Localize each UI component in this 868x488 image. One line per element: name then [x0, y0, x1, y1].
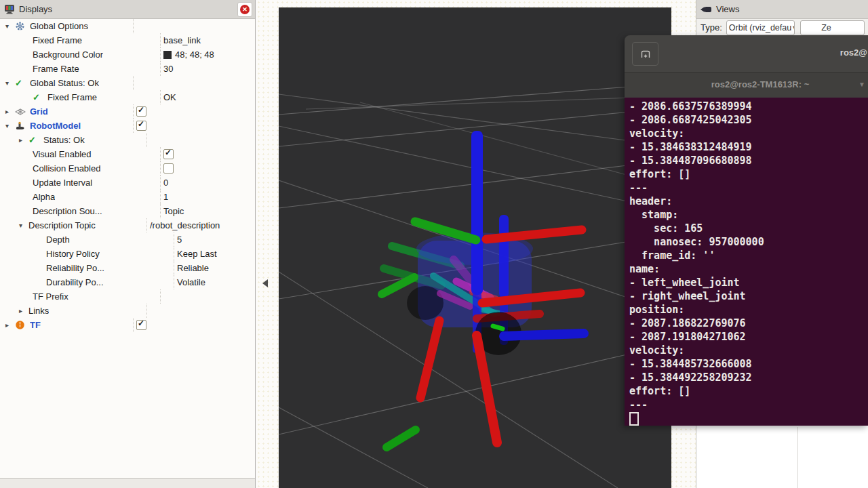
tree-row[interactable]: TF Prefix: [0, 289, 255, 304]
zero-button[interactable]: Ze: [800, 20, 865, 35]
tree-row-label-cell: ▾✓Global Status: Ok: [0, 76, 133, 90]
property-value: 0: [163, 178, 168, 188]
tree-row[interactable]: Update Interval0: [0, 176, 255, 190]
checkmark-icon: ✓: [138, 119, 144, 129]
property-value-cell[interactable]: ✓: [133, 318, 255, 332]
checkbox-checked[interactable]: ✓: [136, 320, 146, 330]
tree-row[interactable]: Reliability Po...Reliable: [0, 261, 255, 275]
property-name: Fixed Frame: [47, 92, 97, 102]
tree-row[interactable]: Visual Enabled✓: [0, 147, 255, 161]
property-value-cell[interactable]: 48; 48; 48: [160, 47, 255, 62]
expander-open-icon[interactable]: ▾: [5, 79, 15, 87]
axis-cylinder-red: [420, 321, 439, 398]
property-value-cell[interactable]: Volatile: [174, 275, 255, 289]
property-value-cell[interactable]: 30: [160, 62, 255, 76]
tab-list-chevron-icon[interactable]: ▼: [859, 81, 865, 88]
property-value-cell[interactable]: [146, 133, 255, 147]
tree-row[interactable]: History PolicyKeep Last: [0, 247, 255, 261]
property-value-cell[interactable]: [160, 289, 255, 304]
terminal-line: - 15.384492258209232: [629, 371, 868, 384]
tree-row[interactable]: ▾RobotModel✓: [0, 119, 255, 133]
property-value-cell[interactable]: /robot_description: [146, 218, 255, 232]
expander-closed-icon[interactable]: ▸: [19, 136, 28, 144]
property-value-cell[interactable]: Reliable: [174, 261, 255, 275]
checkbox-checked[interactable]: ✓: [136, 121, 146, 131]
tree-row-label-cell: Visual Enabled: [0, 147, 160, 161]
view-type-dropdown[interactable]: Orbit (rviz_defau ▼: [726, 20, 795, 35]
check-ok-icon: ✓: [33, 92, 47, 102]
checkbox-checked[interactable]: ✓: [163, 149, 174, 159]
tree-row-label-cell: Reliability Po...: [0, 261, 174, 275]
tree-row[interactable]: ▸TF✓: [0, 318, 255, 332]
checkmark-icon: ✓: [138, 105, 144, 115]
tree-row[interactable]: Alpha1: [0, 190, 255, 204]
tree-row[interactable]: ✓Fixed FrameOK: [0, 90, 255, 104]
tree-row-label-cell: Durability Po...: [0, 275, 174, 289]
terminal-line: sec: 165: [629, 222, 868, 235]
expander-closed-icon[interactable]: ▸: [5, 321, 15, 329]
panel-collapse-arrow-icon[interactable]: [262, 279, 268, 287]
property-value-cell[interactable]: ✓: [160, 147, 255, 161]
expander-closed-icon[interactable]: ▸: [5, 108, 15, 115]
checkbox-unchecked[interactable]: [163, 163, 174, 174]
tree-row[interactable]: Background Color48; 48; 48: [0, 47, 255, 62]
property-value-cell[interactable]: ✓: [133, 104, 255, 119]
property-name: Frame Rate: [33, 64, 79, 74]
terminal-titlebar[interactable]: ros2@: [625, 35, 868, 72]
tree-row-label-cell: Background Color: [0, 47, 160, 62]
tree-row[interactable]: ▾✓Global Status: Ok: [0, 76, 255, 90]
tree-row[interactable]: ▾Global Options: [0, 19, 255, 33]
axis-cylinder-green: [382, 277, 414, 294]
property-value-cell[interactable]: ✓: [133, 119, 255, 133]
expander-open-icon[interactable]: ▾: [5, 122, 15, 129]
tree-row[interactable]: Description Sou...Topic: [0, 204, 255, 218]
displays-panel-title: Displays: [19, 4, 52, 14]
expander-open-icon[interactable]: ▾: [19, 222, 28, 229]
terminal-line: name:: [629, 262, 868, 276]
property-name: History Policy: [46, 249, 100, 259]
terminal-line: - 2087.191804271062: [629, 330, 868, 344]
property-value-cell[interactable]: [160, 161, 255, 176]
terminal-line: ---: [629, 398, 868, 411]
close-icon: ✕: [240, 5, 250, 14]
tree-row[interactable]: ▸Grid✓: [0, 104, 255, 119]
tree-row[interactable]: Frame Rate30: [0, 62, 255, 76]
property-value-cell[interactable]: Keep Last: [174, 247, 255, 261]
property-name: Background Color: [33, 49, 103, 60]
property-value-cell[interactable]: [133, 19, 255, 33]
property-value-cell[interactable]: 5: [174, 232, 255, 247]
property-value-cell[interactable]: [133, 76, 255, 90]
displays-panel-header[interactable]: Displays ✕: [0, 0, 255, 19]
property-value-cell[interactable]: OK: [160, 90, 255, 104]
view-type-label: Type:: [701, 22, 722, 33]
views-panel-header[interactable]: Views: [696, 0, 868, 19]
property-value-cell[interactable]: 0: [160, 176, 255, 190]
property-name: Global Status: Ok: [30, 78, 99, 88]
property-value-cell[interactable]: [146, 304, 255, 318]
tree-row-label-cell: TF Prefix: [0, 289, 160, 304]
tree-row[interactable]: ▸Links: [0, 304, 255, 318]
property-value-cell[interactable]: Topic: [160, 204, 255, 218]
expander-open-icon[interactable]: ▾: [5, 22, 15, 30]
render-viewport[interactable]: [279, 7, 671, 488]
property-value-cell[interactable]: 1: [160, 190, 255, 204]
tree-row[interactable]: Depth5: [0, 232, 255, 247]
tree-row[interactable]: Durability Po...Volatile: [0, 275, 255, 289]
checkbox-checked[interactable]: ✓: [136, 106, 146, 117]
terminal-tab[interactable]: ros2@ros2-TM1613R: ~: [665, 79, 855, 89]
terminal-line: effort: []: [629, 384, 868, 398]
views-panel-title: Views: [716, 4, 739, 14]
property-name: Update Interval: [33, 178, 92, 188]
new-tab-button[interactable]: [632, 42, 658, 66]
tree-row[interactable]: Collision Enabled: [0, 161, 255, 176]
tree-row[interactable]: ▸✓Status: Ok: [0, 133, 255, 147]
tree-row[interactable]: Fixed Framebase_link: [0, 33, 255, 47]
terminal-body[interactable]: - 2086.6637576389994- 2086.6687425042305…: [625, 98, 868, 426]
close-button[interactable]: ✕: [237, 2, 252, 17]
expander-closed-icon[interactable]: ▸: [19, 307, 28, 314]
terminal-window: ros2@ ros2@ros2-TM1613R: ~ ▼ - 2086.6637…: [625, 35, 868, 426]
terminal-line: - right_wheel_joint: [629, 289, 868, 303]
property-value: base_link: [163, 35, 201, 45]
property-value-cell[interactable]: base_link: [160, 33, 255, 47]
tree-row[interactable]: ▾Description Topic/robot_description: [0, 218, 255, 232]
